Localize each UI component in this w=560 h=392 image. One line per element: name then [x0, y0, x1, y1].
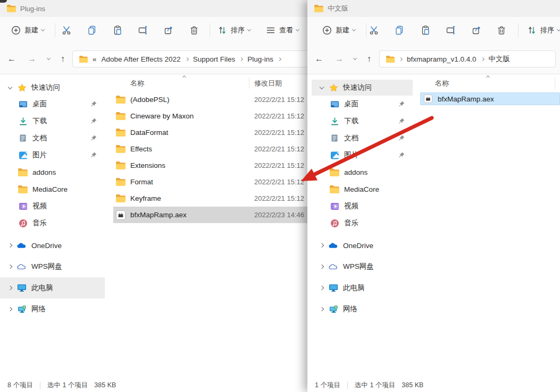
- file-list: 名称 bfxMapRamp.aex: [417, 74, 560, 105]
- copy-button[interactable]: [87, 25, 97, 36]
- sidebar-item-pictures[interactable]: 图片: [312, 147, 413, 164]
- recent-locations-button[interactable]: [40, 51, 56, 67]
- rename-button[interactable]: [138, 25, 148, 36]
- sidebar-item-onedrive[interactable]: OneDrive: [312, 235, 413, 256]
- file-row[interactable]: (AdobePSL) 2022/2/21 15:12: [113, 91, 307, 108]
- sidebar-item-label: MediaCore: [32, 185, 68, 193]
- breadcrumb-segment[interactable]: Support Files: [193, 55, 236, 63]
- sort-button[interactable]: 排序: [526, 25, 560, 36]
- column-header-name[interactable]: 名称: [130, 79, 144, 88]
- file-name: (AdobePSL): [130, 96, 170, 104]
- sidebar-item-documents[interactable]: 文档: [0, 130, 105, 147]
- sidebar-item-mediacore[interactable]: MediaCore: [0, 181, 105, 198]
- sidebar-item-label: 图片: [32, 150, 47, 160]
- column-header-name[interactable]: 名称: [435, 79, 449, 88]
- sidebar-item-documents[interactable]: 文档: [312, 130, 413, 147]
- sidebar-item-quick-access[interactable]: 快速访问: [0, 80, 105, 96]
- breadcrumb[interactable]: bfxmapramp_v1.0.4.0 中文版: [379, 50, 556, 67]
- back-button[interactable]: ←: [311, 51, 327, 67]
- cut-button[interactable]: [61, 25, 72, 36]
- file-row-selected[interactable]: bfxMapRamp.aex: [420, 92, 560, 105]
- file-row[interactable]: Format 2022/2/21 15:12: [113, 174, 307, 190]
- sidebar-item-label: WPS网盘: [343, 262, 374, 271]
- share-button[interactable]: [163, 25, 174, 36]
- rename-button[interactable]: [446, 25, 456, 36]
- sort-icon: [217, 25, 228, 36]
- sidebar-item-this-pc[interactable]: 此电脑: [312, 277, 413, 299]
- sidebar-item-network[interactable]: 网络: [312, 299, 413, 320]
- sidebar-item-wps-cloud[interactable]: WPS网盘: [312, 256, 413, 277]
- sidebar-item-network[interactable]: 网络: [0, 299, 105, 320]
- cut-button[interactable]: [369, 25, 379, 36]
- titlebar[interactable]: Plug-ins: [0, 0, 307, 17]
- up-button[interactable]: ↑: [361, 51, 377, 67]
- sidebar-item-addons[interactable]: addons: [312, 164, 413, 181]
- cut-icon: [369, 25, 379, 36]
- delete-button[interactable]: [189, 25, 199, 36]
- sidebar-item-music[interactable]: 音乐: [312, 215, 413, 232]
- breadcrumb[interactable]: « Adobe After Effects 2022 Support Files…: [72, 50, 307, 67]
- sidebar-item-addons[interactable]: addons: [0, 164, 105, 181]
- sidebar-item-label: 文档: [32, 133, 47, 143]
- sidebar-item-music[interactable]: 音乐: [0, 215, 105, 232]
- sidebar-item-label: 下载: [32, 116, 47, 126]
- command-bar: 新建 排序: [307, 17, 560, 44]
- breadcrumb-overflow[interactable]: «: [93, 55, 97, 63]
- sidebar-item-mediacore[interactable]: MediaCore: [312, 181, 413, 198]
- sidebar-item-desktop[interactable]: 桌面: [312, 96, 413, 113]
- videos-icon: [330, 201, 339, 211]
- file-row[interactable]: Cineware by Maxon 2022/2/21 15:12: [113, 108, 307, 124]
- file-row-selected[interactable]: bfxMapRamp.aex 2022/2/23 14:46: [113, 207, 307, 223]
- titlebar[interactable]: 中文版: [307, 0, 560, 17]
- new-button[interactable]: 新建: [11, 25, 44, 36]
- navigation-pane: 快速访问 桌面 下载 文档 图片 addons MediaCore: [0, 80, 105, 320]
- breadcrumb-segment[interactable]: Plug-ins: [247, 55, 273, 63]
- sort-button[interactable]: 排序: [217, 25, 250, 36]
- share-button[interactable]: [471, 25, 482, 36]
- selection-count: 选中 1 个项目: [355, 381, 395, 390]
- sidebar-item-videos[interactable]: 视频: [312, 198, 413, 215]
- paste-button[interactable]: [112, 25, 123, 36]
- paste-button[interactable]: [420, 25, 431, 36]
- onedrive-icon: [329, 241, 338, 250]
- recent-locations-button[interactable]: [347, 51, 363, 67]
- breadcrumb-segment[interactable]: Adobe After Effects 2022: [102, 55, 181, 63]
- sidebar-item-pictures[interactable]: 图片: [0, 147, 105, 164]
- sidebar-item-desktop[interactable]: 桌面: [0, 96, 105, 113]
- breadcrumb-segment[interactable]: 中文版: [489, 54, 511, 64]
- column-divider[interactable]: [249, 77, 249, 89]
- sidebar-item-label: 此电脑: [343, 283, 365, 293]
- copy-button[interactable]: [394, 25, 405, 36]
- sidebar-item-label: 桌面: [32, 99, 47, 109]
- sidebar-item-this-pc[interactable]: 此电脑: [0, 277, 105, 299]
- sidebar-item-downloads[interactable]: 下载: [0, 113, 105, 130]
- trash-icon: [496, 25, 507, 36]
- folder-icon: [116, 128, 126, 138]
- column-header-modified[interactable]: 修改日期: [254, 79, 282, 88]
- delete-button[interactable]: [496, 25, 507, 36]
- back-button[interactable]: ←: [4, 51, 20, 67]
- sidebar-item-videos[interactable]: 视频: [0, 198, 105, 215]
- chevron-right-icon: [8, 243, 12, 248]
- file-name: Effects: [130, 145, 152, 153]
- sidebar-item-downloads[interactable]: 下载: [312, 113, 413, 130]
- chevron-down-icon: [41, 28, 45, 31]
- column-divider[interactable]: [555, 77, 555, 89]
- file-row[interactable]: Effects 2022/2/21 15:12: [113, 141, 307, 157]
- sidebar-item-wps-cloud[interactable]: WPS网盘: [0, 256, 105, 277]
- chevron-right-icon: [278, 57, 281, 61]
- breadcrumb-segment[interactable]: bfxmapramp_v1.0.4.0: [407, 55, 477, 63]
- chevron-down-icon: [320, 84, 324, 89]
- pin-icon: [90, 101, 97, 107]
- view-button[interactable]: 查看: [265, 25, 299, 36]
- folder-icon: [116, 144, 126, 154]
- new-button[interactable]: 新建: [322, 25, 355, 36]
- sidebar-item-onedrive[interactable]: OneDrive: [0, 235, 105, 256]
- up-button[interactable]: ↑: [55, 51, 71, 67]
- forward-button[interactable]: →: [331, 51, 347, 67]
- file-row[interactable]: Keyframe 2022/2/21 15:12: [113, 190, 307, 207]
- sidebar-item-quick-access[interactable]: 快速访问: [312, 80, 413, 96]
- forward-button[interactable]: →: [24, 51, 40, 67]
- file-row[interactable]: DataFormat 2022/2/21 15:12: [113, 124, 307, 141]
- file-row[interactable]: Extensions 2022/2/21 15:12: [113, 157, 307, 174]
